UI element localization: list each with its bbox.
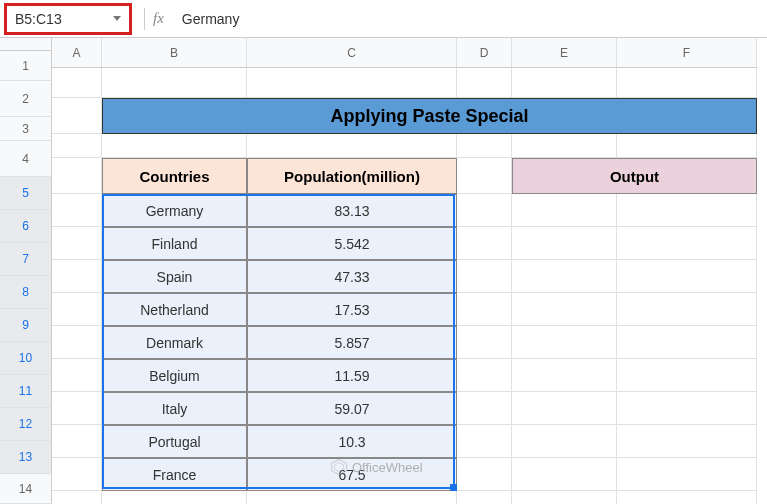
- cell[interactable]: [52, 359, 102, 392]
- row-header-9[interactable]: 9: [0, 309, 52, 342]
- cells-area[interactable]: Applying Paste SpecialCountriesPopulatio…: [52, 68, 767, 504]
- cell-country[interactable]: Belgium: [102, 359, 247, 392]
- cell[interactable]: [457, 158, 512, 194]
- row-header-11[interactable]: 11: [0, 375, 52, 408]
- header-output[interactable]: Output: [512, 158, 757, 194]
- cell[interactable]: [617, 359, 757, 392]
- cell-population[interactable]: 83.13: [247, 194, 457, 227]
- cell[interactable]: [52, 98, 102, 134]
- cell[interactable]: [247, 491, 457, 504]
- column-header-e[interactable]: E: [512, 38, 617, 68]
- cell[interactable]: [52, 134, 102, 158]
- row-header-3[interactable]: 3: [0, 117, 52, 141]
- cell-population[interactable]: 47.33: [247, 260, 457, 293]
- row-header-12[interactable]: 12: [0, 408, 52, 441]
- cell-population[interactable]: 67.5: [247, 458, 457, 491]
- cell[interactable]: [102, 134, 247, 158]
- name-box[interactable]: B5:C13: [4, 3, 132, 35]
- cell[interactable]: [52, 260, 102, 293]
- cell-population[interactable]: 59.07: [247, 392, 457, 425]
- row-header-7[interactable]: 7: [0, 243, 52, 276]
- cell[interactable]: [512, 194, 617, 227]
- cell-country[interactable]: Germany: [102, 194, 247, 227]
- cell[interactable]: [247, 134, 457, 158]
- cell-country[interactable]: Denmark: [102, 326, 247, 359]
- cell[interactable]: [52, 326, 102, 359]
- cell[interactable]: [617, 392, 757, 425]
- title-cell[interactable]: Applying Paste Special: [102, 98, 757, 134]
- row-header-5[interactable]: 5: [0, 177, 52, 210]
- cell[interactable]: [247, 68, 457, 98]
- cell[interactable]: [512, 326, 617, 359]
- cell[interactable]: [512, 359, 617, 392]
- cell[interactable]: [102, 68, 247, 98]
- row-header-13[interactable]: 13: [0, 441, 52, 474]
- cell[interactable]: [52, 392, 102, 425]
- cell[interactable]: [457, 68, 512, 98]
- cell[interactable]: [457, 491, 512, 504]
- cell[interactable]: [617, 68, 757, 98]
- row-header-8[interactable]: 8: [0, 276, 52, 309]
- cell[interactable]: [457, 194, 512, 227]
- cell[interactable]: [102, 491, 247, 504]
- cell[interactable]: [52, 458, 102, 491]
- cell[interactable]: [457, 260, 512, 293]
- cell[interactable]: [52, 491, 102, 504]
- column-header-b[interactable]: B: [102, 38, 247, 68]
- cell[interactable]: [617, 326, 757, 359]
- cell[interactable]: [457, 359, 512, 392]
- formula-bar-value[interactable]: Germany: [182, 11, 240, 27]
- cell[interactable]: [617, 194, 757, 227]
- cell[interactable]: [617, 491, 757, 504]
- cell[interactable]: [457, 458, 512, 491]
- cell[interactable]: [457, 227, 512, 260]
- cell-population[interactable]: 17.53: [247, 293, 457, 326]
- row-header-10[interactable]: 10: [0, 342, 52, 375]
- row-header-6[interactable]: 6: [0, 210, 52, 243]
- row-header-1[interactable]: 1: [0, 51, 52, 81]
- cell-country[interactable]: Italy: [102, 392, 247, 425]
- cell[interactable]: [512, 293, 617, 326]
- cell-population[interactable]: 11.59: [247, 359, 457, 392]
- cell[interactable]: [512, 227, 617, 260]
- cell[interactable]: [512, 68, 617, 98]
- cell[interactable]: [457, 392, 512, 425]
- cell[interactable]: [52, 227, 102, 260]
- cell[interactable]: [52, 194, 102, 227]
- cell[interactable]: [617, 227, 757, 260]
- cell-country[interactable]: Spain: [102, 260, 247, 293]
- column-header-f[interactable]: F: [617, 38, 757, 68]
- cell[interactable]: [512, 134, 617, 158]
- cell-population[interactable]: 10.3: [247, 425, 457, 458]
- cell[interactable]: [457, 425, 512, 458]
- header-countries[interactable]: Countries: [102, 158, 247, 194]
- fx-icon[interactable]: fx: [153, 10, 164, 27]
- cell-population[interactable]: 5.857: [247, 326, 457, 359]
- row-header-4[interactable]: 4: [0, 141, 52, 177]
- row-header-2[interactable]: 2: [0, 81, 52, 117]
- cell[interactable]: [617, 458, 757, 491]
- select-all-corner[interactable]: [0, 38, 52, 51]
- cell-population[interactable]: 5.542: [247, 227, 457, 260]
- cell[interactable]: [52, 293, 102, 326]
- column-header-d[interactable]: D: [457, 38, 512, 68]
- cell[interactable]: [512, 458, 617, 491]
- cell[interactable]: [512, 260, 617, 293]
- cell[interactable]: [512, 425, 617, 458]
- cell[interactable]: [512, 392, 617, 425]
- cell[interactable]: [512, 491, 617, 504]
- cell[interactable]: [52, 425, 102, 458]
- cell[interactable]: [52, 68, 102, 98]
- cell[interactable]: [457, 326, 512, 359]
- cell-country[interactable]: Finland: [102, 227, 247, 260]
- cell-country[interactable]: France: [102, 458, 247, 491]
- cell[interactable]: [617, 260, 757, 293]
- cell[interactable]: [52, 158, 102, 194]
- cell[interactable]: [617, 425, 757, 458]
- cell[interactable]: [617, 134, 757, 158]
- cell[interactable]: [617, 293, 757, 326]
- column-header-a[interactable]: A: [52, 38, 102, 68]
- cell-country[interactable]: Netherland: [102, 293, 247, 326]
- cell-country[interactable]: Portugal: [102, 425, 247, 458]
- header-population[interactable]: Population(million): [247, 158, 457, 194]
